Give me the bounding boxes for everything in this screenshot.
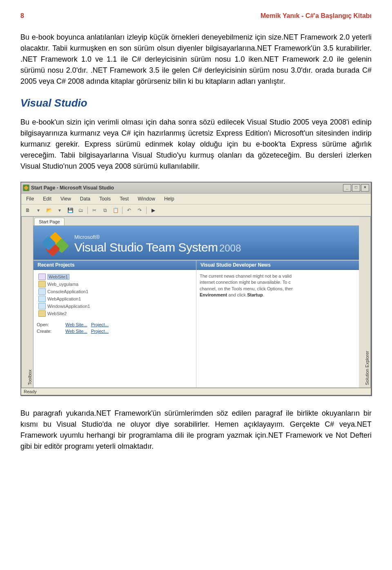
menu-tools[interactable]: Tools: [98, 195, 112, 203]
paragraph-2: Bu e-book'un sizin için verimli olması i…: [20, 117, 372, 172]
toolbar-undo-button[interactable]: ↶: [124, 206, 134, 215]
banner-product: Visual Studio Team System: [74, 240, 218, 254]
news-text: The current news channel might not be a …: [200, 273, 356, 298]
open-label: Open:: [37, 322, 65, 327]
visual-studio-logo-icon: [43, 234, 68, 254]
menu-help[interactable]: Help: [163, 195, 176, 203]
section-heading: Visual Studio: [20, 97, 372, 109]
toolbar-open-button[interactable]: 📂: [44, 206, 54, 215]
toolbar-redo-button[interactable]: ↷: [135, 206, 145, 215]
menu-data[interactable]: Data: [78, 195, 92, 203]
toolbar-separator: [122, 207, 122, 214]
solution-explorer-panel-tab[interactable]: Solution Explorer: [359, 216, 371, 388]
toolbar-dropdown-icon[interactable]: ▾: [33, 206, 43, 215]
app-icon: [23, 185, 29, 191]
toolbox-label: Toolbox: [27, 370, 32, 385]
menu-bar: File Edit View Data Tools Test Window He…: [21, 194, 371, 205]
banner-year: 2008: [219, 243, 241, 254]
toolbar: 🗎 ▾ 📂 ▾ 💾 🗂 ✂ ⧉ 📋 ↶ ↷ ▶: [21, 205, 371, 216]
folder-icon: [38, 310, 46, 317]
menu-test[interactable]: Test: [118, 195, 130, 203]
list-item[interactable]: WindowsApplication1: [37, 303, 193, 310]
recent-projects-list: WebSite1 Web_uygulama ConsoleApplication…: [37, 273, 193, 317]
project-icon: [38, 303, 46, 309]
close-button[interactable]: ×: [361, 184, 369, 191]
menu-window[interactable]: Window: [136, 195, 157, 203]
list-item[interactable]: Web_uygulama: [37, 281, 193, 288]
solution-explorer-label: Solution Explorer: [365, 351, 370, 385]
toolbar-cut-button[interactable]: ✂: [89, 206, 99, 215]
toolbar-separator: [87, 207, 88, 214]
minimize-button[interactable]: _: [343, 184, 351, 191]
menu-edit[interactable]: Edit: [41, 195, 53, 203]
open-project-link[interactable]: Project...: [91, 322, 109, 327]
toolbar-dropdown-icon[interactable]: ▾: [55, 206, 65, 215]
toolbar-new-button[interactable]: 🗎: [23, 206, 33, 215]
status-bar: Ready: [21, 388, 371, 395]
project-icon: [38, 296, 46, 302]
list-item[interactable]: ConsoleApplication1: [37, 288, 193, 295]
menu-file[interactable]: File: [24, 195, 36, 203]
menu-view[interactable]: View: [59, 195, 73, 203]
visual-studio-window: Start Page - Microsoft Visual Studio _ □…: [20, 182, 372, 396]
toolbar-separator: [146, 207, 147, 214]
create-label: Create:: [37, 329, 65, 334]
window-titlebar: Start Page - Microsoft Visual Studio _ □…: [21, 183, 371, 194]
paragraph-3: Bu paragrafı yukarıda.NET Framework'ün s…: [20, 408, 372, 452]
list-item[interactable]: WebSite2: [37, 310, 193, 317]
paragraph-1: Bu e-book boyunca anlatılanları izleyip …: [20, 32, 372, 87]
maximize-button[interactable]: □: [352, 184, 360, 191]
developer-news-header: Visual Studio Developer News: [196, 261, 359, 270]
tab-start-page[interactable]: Start Page: [34, 218, 65, 225]
project-icon: [38, 274, 46, 280]
create-website-link[interactable]: Web Site...: [65, 329, 87, 334]
window-title: Start Page - Microsoft Visual Studio: [31, 185, 114, 191]
project-icon: [38, 288, 46, 295]
book-title: Memik Yanık - C#'a Başlangıç Kitabı: [261, 12, 372, 20]
list-item[interactable]: WebApplication1: [37, 295, 193, 303]
banner-brand: Microsoft®: [74, 234, 241, 240]
list-item[interactable]: WebSite1: [37, 273, 193, 281]
toolbar-save-button[interactable]: 💾: [65, 206, 75, 215]
open-website-link[interactable]: Web Site...: [65, 322, 87, 327]
create-project-link[interactable]: Project...: [91, 329, 109, 334]
start-page-banner: Microsoft® Visual Studio Team System 200…: [33, 226, 359, 260]
document-tab-strip: Start Page: [33, 217, 359, 226]
toolbox-panel-tab[interactable]: Toolbox: [21, 216, 33, 388]
folder-icon: [38, 281, 46, 287]
page-number: 8: [20, 12, 24, 20]
toolbar-paste-button[interactable]: 📋: [111, 206, 120, 215]
toolbar-run-button[interactable]: ▶: [148, 206, 158, 215]
recent-projects-header: Recent Projects: [33, 261, 196, 270]
toolbar-copy-button[interactable]: ⧉: [100, 206, 110, 215]
toolbar-saveall-button[interactable]: 🗂: [76, 206, 86, 215]
